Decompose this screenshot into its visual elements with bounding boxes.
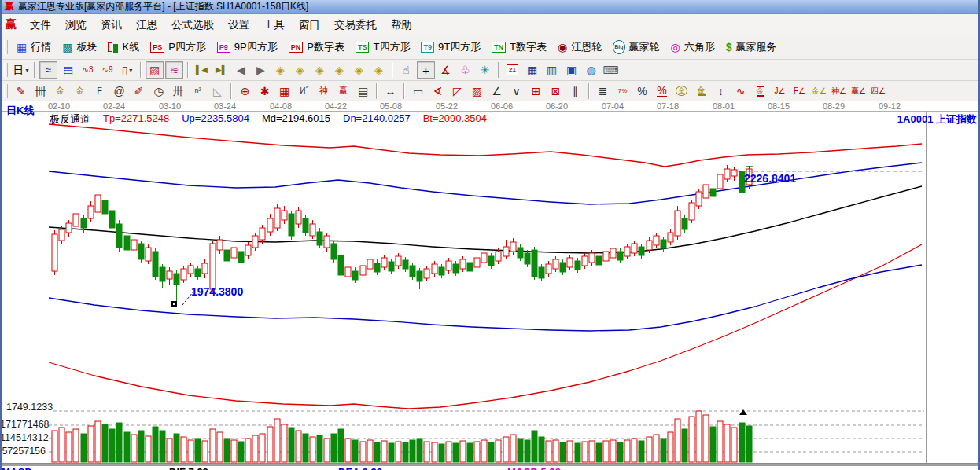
four-angle-button[interactable]: 四∠ [869, 83, 887, 100]
remote-pc-button[interactable]: ⌨ [602, 61, 620, 79]
diamond-right-button[interactable]: ◈ [291, 61, 309, 79]
spiral-button[interactable]: @ [110, 83, 128, 100]
toolbar-grip[interactable] [4, 84, 8, 98]
t-square-button[interactable]: TST四方形 [350, 39, 415, 56]
rect-tool-button[interactable]: ▭ [409, 83, 427, 100]
winner-wheel-button[interactable]: Big赢家轮 [607, 39, 665, 56]
9t-square-button[interactable]: T99T四方形 [415, 39, 486, 56]
ying-tool-button[interactable]: 赢 [334, 83, 352, 100]
percent-gauge-button[interactable]: 7% [613, 83, 632, 100]
web-grid-button[interactable]: ▦ [275, 83, 293, 100]
gann-wheel-button[interactable]: ◉江恩轮 [552, 39, 607, 56]
menu-item-gann[interactable]: 江恩 [129, 15, 164, 35]
color-histogram-button[interactable]: ≋ [165, 61, 183, 79]
gann-grid-button[interactable]: 卌 [31, 83, 50, 100]
star-rays-button[interactable]: ✱ [256, 83, 274, 100]
menu-item-tools[interactable]: 工具 [256, 15, 292, 35]
menu-item-file[interactable]: 文件 [23, 15, 58, 35]
shen-angle-button[interactable]: 神∠ [830, 83, 848, 100]
web-box-button[interactable]: ▨ [468, 83, 486, 100]
circle-cross-button[interactable]: ⊕ [236, 83, 254, 100]
grid-cross-button[interactable]: ⊠ [547, 83, 565, 100]
info-document-button[interactable]: ▤ [59, 61, 77, 79]
diamond-left-button[interactable]: ◈ [271, 61, 289, 79]
9p-square-button[interactable]: P99P四方形 [212, 39, 283, 56]
menu-item-trade[interactable]: 交易委托 [327, 15, 384, 35]
brush-button[interactable]: ✎ [12, 83, 30, 100]
title-bar[interactable]: 赢 赢家江恩专业版[赢家内部服务平台] - [上证指数 SH1A0001-158… [0, 0, 980, 14]
wave-tool-button[interactable]: ✳ [476, 61, 494, 79]
crosshair-tool-button[interactable]: + [417, 61, 435, 79]
angle-lines-button[interactable]: ∠ [488, 83, 506, 100]
ruler-123-button[interactable]: ▤ [354, 83, 372, 100]
hollow-candle-button[interactable]: ▯▾ [118, 61, 136, 79]
network-button[interactable]: ◍ [582, 61, 600, 79]
kline-button[interactable]: K线 [102, 39, 145, 56]
price-brush-button[interactable]: ✐ [130, 83, 148, 100]
quotes-button[interactable]: ▦行情 [11, 39, 57, 56]
candle-style-button[interactable]: 日▾ [12, 61, 30, 79]
price-chart[interactable] [0, 101, 980, 470]
a-wave-button[interactable]: ∿ [731, 83, 750, 100]
shen-tool-button[interactable]: 神 [315, 83, 333, 100]
p-square-button[interactable]: PSP四方形 [145, 39, 212, 56]
wave-3-button[interactable]: ∿3 [79, 61, 97, 79]
fan-lines-button[interactable]: ∢ [429, 83, 447, 100]
j-angle-button[interactable]: J∠ [771, 83, 789, 100]
hand-tool-button[interactable]: ☝ [397, 61, 415, 79]
menu-item-settings[interactable]: 设置 [221, 15, 256, 35]
candle-style-dropdown-icon[interactable]: ▾ [25, 67, 28, 74]
gold-grid-2-button[interactable]: 金 [71, 83, 89, 100]
diamond-expand-button[interactable]: ◈ [311, 61, 329, 79]
diamond-star-button[interactable]: ◈ [370, 61, 388, 79]
menu-item-help[interactable]: 帮助 [384, 15, 419, 35]
angle-measure-button[interactable]: ∡ [437, 61, 455, 79]
save-button[interactable]: ▣ [562, 61, 580, 79]
calendar-button[interactable]: 21 [503, 61, 521, 79]
gold-circle-button[interactable]: 金 [672, 83, 691, 100]
n-squared-button[interactable]: n² [189, 83, 207, 100]
ying-angle-button[interactable]: 赢∠ [849, 83, 868, 100]
p-number-table-button[interactable]: PNP数字表 [283, 39, 350, 56]
wave-9-button[interactable]: ∿9 [98, 61, 116, 79]
notepad-button[interactable]: ▥ [543, 61, 561, 79]
diamond-shrink-button[interactable]: ◈ [330, 61, 348, 79]
step-back-button[interactable]: ◀ [232, 61, 250, 79]
gann-flower-button[interactable]: ♧ [456, 61, 474, 79]
zigzag-select-button[interactable]: ≈ [39, 61, 57, 79]
pattern-box-button[interactable]: ▨ [146, 61, 164, 79]
calculator-button[interactable]: ▦ [523, 61, 541, 79]
parallel-lines-button[interactable]: ∥ [566, 83, 584, 100]
percent-button[interactable]: % [633, 83, 651, 100]
toolbar-grip[interactable] [4, 40, 8, 54]
measure-pen-button[interactable]: ↕ [712, 83, 730, 100]
winner-service-button[interactable]: $赢家服务 [720, 39, 783, 56]
t-number-table-button[interactable]: TNT数字表 [486, 39, 552, 56]
gold-line-button[interactable]: 金 [692, 83, 710, 100]
hash-grid-button[interactable]: 卅 [169, 83, 187, 100]
skip-first-button[interactable]: ▌◀ [193, 61, 211, 79]
f-grid-button[interactable]: F [90, 83, 109, 100]
step-forward-button[interactable]: ▶ [252, 61, 270, 79]
gann-clock-button[interactable]: ◷ [149, 83, 168, 100]
percent-line-button[interactable]: % [653, 83, 671, 100]
gold-grid-1-button[interactable]: 金 [51, 83, 69, 100]
hollow-candle-dropdown-icon[interactable]: ▾ [129, 67, 132, 74]
gold-angle-button[interactable]: 金∠ [810, 83, 828, 100]
sectors-button[interactable]: ▩板块 [57, 39, 102, 56]
menu-item-window[interactable]: 窗口 [292, 15, 327, 35]
diamond-burst-button[interactable]: ◈ [350, 61, 368, 79]
gold-marked-button[interactable]: 金 [751, 83, 769, 100]
width-measure-button[interactable]: ↔ [381, 83, 400, 100]
v-wave-button[interactable]: ∨ [507, 83, 525, 100]
toolbar-grip[interactable] [4, 63, 8, 77]
menu-item-news[interactable]: 资讯 [94, 15, 129, 35]
hexagon-button[interactable]: ◎六角形 [665, 39, 720, 56]
fan-box-button[interactable]: ◸ [448, 83, 466, 100]
half-angle-button[interactable]: ◺ [208, 83, 227, 100]
menu-item-browse[interactable]: 浏览 [58, 15, 94, 35]
menu-item-formula-pick[interactable]: 公式选股 [164, 15, 221, 35]
i-wave-button[interactable]: И˝ [295, 83, 313, 100]
f-angle-button[interactable]: F∠ [790, 83, 809, 100]
grid-plus-button[interactable]: ⊞ [527, 83, 545, 100]
